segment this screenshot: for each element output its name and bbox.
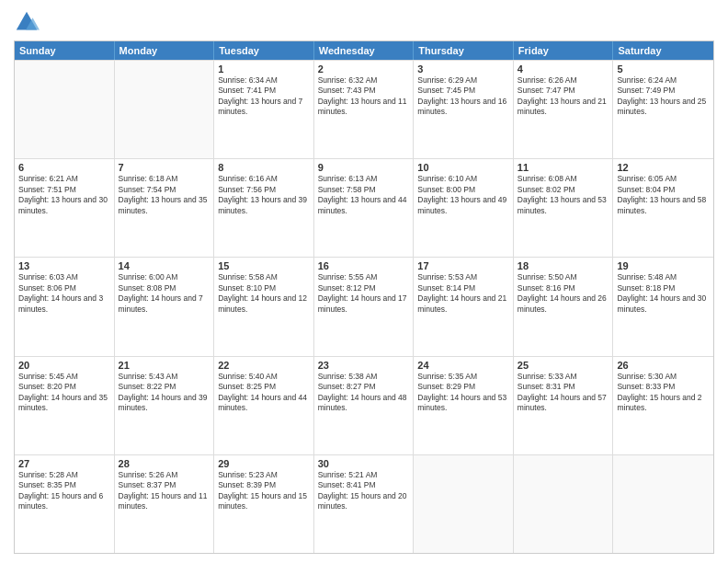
calendar-cell: 2Sunrise: 6:32 AM Sunset: 7:43 PM Daylig… — [314, 61, 415, 158]
weekday-header: Friday — [514, 41, 614, 60]
calendar-cell: 27Sunrise: 5:28 AM Sunset: 8:35 PM Dayli… — [15, 455, 115, 553]
day-number: 11 — [518, 162, 609, 173]
calendar-cell: 11Sunrise: 6:08 AM Sunset: 8:02 PM Dayli… — [514, 159, 614, 257]
calendar-cell: 29Sunrise: 5:23 AM Sunset: 8:39 PM Dayli… — [214, 455, 314, 553]
calendar-cell: 1Sunrise: 6:34 AM Sunset: 7:41 PM Daylig… — [214, 61, 314, 158]
day-info: Sunrise: 5:58 AM Sunset: 8:10 PM Dayligh… — [218, 272, 310, 315]
day-number: 15 — [218, 260, 310, 271]
calendar-row: 1Sunrise: 6:34 AM Sunset: 7:41 PM Daylig… — [15, 60, 713, 158]
day-number: 17 — [417, 260, 509, 271]
calendar-cell: 15Sunrise: 5:58 AM Sunset: 8:10 PM Dayli… — [214, 258, 314, 355]
day-number: 6 — [18, 162, 110, 173]
calendar-cell: 14Sunrise: 6:00 AM Sunset: 8:08 PM Dayli… — [115, 258, 215, 355]
day-number: 23 — [318, 360, 410, 371]
calendar-row: 6Sunrise: 6:21 AM Sunset: 7:51 PM Daylig… — [15, 158, 713, 257]
day-number: 25 — [518, 360, 609, 371]
day-number: 8 — [218, 162, 310, 173]
day-info: Sunrise: 6:26 AM Sunset: 7:47 PM Dayligh… — [518, 75, 609, 118]
day-info: Sunrise: 5:26 AM Sunset: 8:37 PM Dayligh… — [119, 470, 210, 512]
day-info: Sunrise: 6:08 AM Sunset: 8:02 PM Dayligh… — [518, 174, 609, 216]
day-number: 27 — [18, 458, 110, 469]
day-info: Sunrise: 5:45 AM Sunset: 8:20 PM Dayligh… — [18, 372, 110, 414]
calendar-row: 20Sunrise: 5:45 AM Sunset: 8:20 PM Dayli… — [15, 356, 713, 454]
calendar-cell: 16Sunrise: 5:55 AM Sunset: 8:12 PM Dayli… — [314, 258, 415, 355]
day-number: 9 — [318, 162, 410, 173]
weekday-header: Sunday — [15, 41, 115, 60]
day-number: 19 — [617, 260, 710, 271]
calendar-row: 27Sunrise: 5:28 AM Sunset: 8:35 PM Dayli… — [15, 454, 713, 553]
calendar-cell: 8Sunrise: 6:16 AM Sunset: 7:56 PM Daylig… — [214, 159, 314, 257]
calendar-cell: 30Sunrise: 5:21 AM Sunset: 8:41 PM Dayli… — [314, 455, 415, 553]
calendar-cell: 3Sunrise: 6:29 AM Sunset: 7:45 PM Daylig… — [414, 61, 514, 158]
day-number: 16 — [318, 260, 410, 271]
calendar-cell: 4Sunrise: 6:26 AM Sunset: 7:47 PM Daylig… — [514, 61, 614, 158]
day-number: 21 — [119, 360, 210, 371]
day-info: Sunrise: 5:33 AM Sunset: 8:31 PM Dayligh… — [518, 372, 609, 414]
calendar-cell: 18Sunrise: 5:50 AM Sunset: 8:16 PM Dayli… — [514, 258, 614, 355]
day-info: Sunrise: 6:03 AM Sunset: 8:06 PM Dayligh… — [18, 272, 110, 315]
weekday-header: Wednesday — [314, 41, 415, 60]
day-info: Sunrise: 6:10 AM Sunset: 8:00 PM Dayligh… — [417, 174, 509, 216]
day-info: Sunrise: 6:16 AM Sunset: 7:56 PM Dayligh… — [218, 174, 310, 216]
day-number: 3 — [417, 63, 509, 75]
day-info: Sunrise: 5:28 AM Sunset: 8:35 PM Dayligh… — [18, 470, 110, 512]
day-info: Sunrise: 6:34 AM Sunset: 7:41 PM Dayligh… — [218, 75, 310, 118]
day-info: Sunrise: 5:40 AM Sunset: 8:25 PM Dayligh… — [218, 372, 310, 414]
calendar-cell: 26Sunrise: 5:30 AM Sunset: 8:33 PM Dayli… — [613, 357, 713, 454]
day-number: 26 — [617, 360, 710, 371]
logo — [14, 9, 43, 35]
day-info: Sunrise: 6:21 AM Sunset: 7:51 PM Dayligh… — [18, 174, 110, 216]
day-number: 1 — [218, 63, 310, 75]
calendar-cell: 28Sunrise: 5:26 AM Sunset: 8:37 PM Dayli… — [115, 455, 215, 553]
day-number: 10 — [417, 162, 509, 173]
calendar-cell: 10Sunrise: 6:10 AM Sunset: 8:00 PM Dayli… — [414, 159, 514, 257]
day-info: Sunrise: 5:35 AM Sunset: 8:29 PM Dayligh… — [417, 372, 509, 414]
calendar-cell: 23Sunrise: 5:38 AM Sunset: 8:27 PM Dayli… — [314, 357, 415, 454]
day-info: Sunrise: 5:30 AM Sunset: 8:33 PM Dayligh… — [617, 372, 710, 414]
calendar-cell: 20Sunrise: 5:45 AM Sunset: 8:20 PM Dayli… — [15, 357, 115, 454]
calendar-cell: 17Sunrise: 5:53 AM Sunset: 8:14 PM Dayli… — [414, 258, 514, 355]
day-info: Sunrise: 6:29 AM Sunset: 7:45 PM Dayligh… — [417, 75, 509, 118]
day-info: Sunrise: 5:38 AM Sunset: 8:27 PM Dayligh… — [318, 372, 410, 414]
day-info: Sunrise: 5:43 AM Sunset: 8:22 PM Dayligh… — [119, 372, 210, 414]
day-info: Sunrise: 6:24 AM Sunset: 7:49 PM Dayligh… — [617, 75, 710, 118]
day-number: 2 — [318, 63, 410, 75]
day-info: Sunrise: 6:32 AM Sunset: 7:43 PM Dayligh… — [318, 75, 410, 118]
calendar-cell — [514, 455, 614, 553]
day-number: 20 — [18, 360, 110, 371]
calendar-cell — [414, 455, 514, 553]
calendar-cell: 7Sunrise: 6:18 AM Sunset: 7:54 PM Daylig… — [115, 159, 215, 257]
day-number: 14 — [119, 260, 210, 271]
day-info: Sunrise: 5:21 AM Sunset: 8:41 PM Dayligh… — [318, 470, 410, 512]
calendar-cell: 22Sunrise: 5:40 AM Sunset: 8:25 PM Dayli… — [214, 357, 314, 454]
calendar-body: 1Sunrise: 6:34 AM Sunset: 7:41 PM Daylig… — [15, 60, 713, 553]
day-info: Sunrise: 6:05 AM Sunset: 8:04 PM Dayligh… — [617, 174, 710, 216]
day-info: Sunrise: 5:50 AM Sunset: 8:16 PM Dayligh… — [518, 272, 609, 315]
weekday-header: Saturday — [613, 41, 713, 60]
weekday-header: Tuesday — [214, 41, 314, 60]
calendar-row: 13Sunrise: 6:03 AM Sunset: 8:06 PM Dayli… — [15, 257, 713, 355]
day-number: 4 — [518, 63, 609, 75]
day-number: 13 — [18, 260, 110, 271]
calendar-cell: 9Sunrise: 6:13 AM Sunset: 7:58 PM Daylig… — [314, 159, 415, 257]
calendar-cell — [15, 61, 115, 158]
calendar-cell: 12Sunrise: 6:05 AM Sunset: 8:04 PM Dayli… — [613, 159, 713, 257]
day-info: Sunrise: 6:18 AM Sunset: 7:54 PM Dayligh… — [119, 174, 210, 216]
calendar-cell: 13Sunrise: 6:03 AM Sunset: 8:06 PM Dayli… — [15, 258, 115, 355]
day-number: 30 — [318, 458, 410, 469]
day-number: 24 — [417, 360, 509, 371]
day-info: Sunrise: 5:48 AM Sunset: 8:18 PM Dayligh… — [617, 272, 710, 315]
logo-icon — [14, 9, 40, 35]
header — [14, 9, 714, 35]
day-number: 12 — [617, 162, 710, 173]
page: SundayMondayTuesdayWednesdayThursdayFrid… — [0, 0, 728, 563]
calendar-cell — [115, 61, 215, 158]
day-info: Sunrise: 5:23 AM Sunset: 8:39 PM Dayligh… — [218, 470, 310, 512]
calendar-cell: 21Sunrise: 5:43 AM Sunset: 8:22 PM Dayli… — [115, 357, 215, 454]
day-info: Sunrise: 6:00 AM Sunset: 8:08 PM Dayligh… — [119, 272, 210, 315]
day-number: 7 — [119, 162, 210, 173]
day-number: 5 — [617, 63, 710, 75]
calendar-cell: 19Sunrise: 5:48 AM Sunset: 8:18 PM Dayli… — [613, 258, 713, 355]
weekday-header: Thursday — [414, 41, 514, 60]
day-number: 18 — [518, 260, 609, 271]
